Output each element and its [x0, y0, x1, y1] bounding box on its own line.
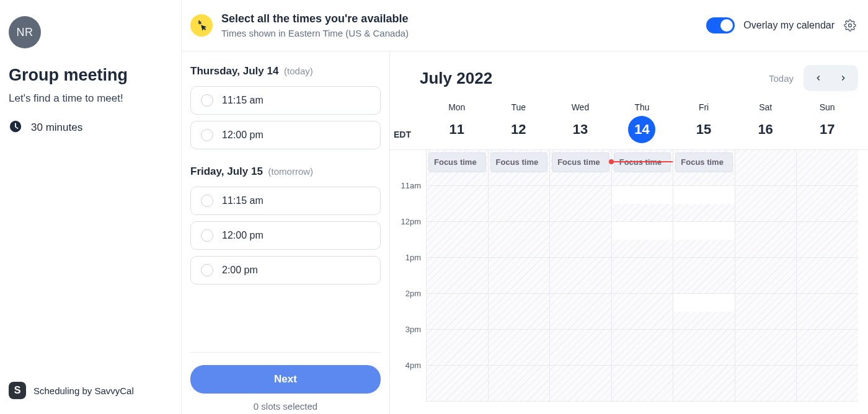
- dow-label: Wed: [549, 102, 611, 112]
- calendar-cell[interactable]: [611, 366, 673, 402]
- calendar-cell[interactable]: [488, 330, 550, 366]
- tz-label: EDT: [390, 130, 426, 143]
- calendar-cell[interactable]: [796, 330, 858, 366]
- time-slot[interactable]: 11:15 am: [190, 86, 381, 115]
- dow-label: Mon: [426, 102, 488, 112]
- day-column-header[interactable]: Mon11: [426, 102, 488, 143]
- calendar-cell[interactable]: [673, 330, 735, 366]
- calendar-cell[interactable]: [673, 186, 735, 222]
- calendar-cell[interactable]: [735, 222, 797, 258]
- calendar-cell[interactable]: [549, 294, 611, 330]
- month-label: July 2022: [420, 69, 492, 88]
- calendar-cell[interactable]: [426, 294, 488, 330]
- hour-label: 12pm: [390, 217, 426, 253]
- calendar-cell[interactable]: [735, 294, 797, 330]
- time-slot[interactable]: 2:00 pm: [190, 256, 381, 284]
- calendar-cell[interactable]: [611, 222, 673, 258]
- focus-time-chip: Focus time: [675, 152, 733, 172]
- radio-icon: [201, 94, 213, 107]
- calendar-cell[interactable]: [673, 366, 735, 402]
- click-icon: [190, 14, 213, 37]
- day-column-header[interactable]: Sat16: [735, 102, 797, 143]
- calendar-cell[interactable]: [796, 186, 858, 222]
- calendar-cell[interactable]: [549, 366, 611, 402]
- meeting-title: Group meeting: [9, 66, 170, 85]
- calendar-cell[interactable]: [426, 258, 488, 294]
- day-label: Friday, July 15: [190, 165, 263, 177]
- calendar-cell[interactable]: [426, 222, 488, 258]
- overlay-toggle[interactable]: [706, 17, 735, 33]
- calendar-cell[interactable]: [488, 294, 550, 330]
- calendar-cell[interactable]: [796, 150, 858, 186]
- calendar-cell[interactable]: [611, 258, 673, 294]
- radio-icon: [201, 229, 213, 242]
- chevron-right-icon: [839, 74, 848, 82]
- hour-label: [390, 150, 426, 181]
- time-slot[interactable]: 12:00 pm: [190, 221, 381, 250]
- footer[interactable]: S Scheduling by SavvyCal: [9, 382, 170, 405]
- calendar-cell[interactable]: [673, 258, 735, 294]
- focus-time-chip: Focus time: [428, 152, 486, 172]
- dom-label: 17: [813, 116, 841, 143]
- dom-label: 13: [567, 116, 594, 143]
- slot-time-label: 11:15 am: [222, 195, 264, 206]
- day-column-header[interactable]: Wed13: [549, 102, 611, 143]
- calendar-cell[interactable]: [488, 258, 550, 294]
- calendar-cell[interactable]: [488, 186, 550, 222]
- hour-label: 2pm: [390, 289, 426, 325]
- day-meta: (tomorrow): [268, 166, 314, 177]
- calendar-cell[interactable]: [735, 258, 797, 294]
- day-header: Friday, July 15 (tomorrow): [190, 165, 381, 178]
- svg-point-0: [849, 24, 852, 27]
- calendar-cell[interactable]: [549, 258, 611, 294]
- day-column-header[interactable]: Fri15: [673, 102, 735, 143]
- calendar-cell[interactable]: [549, 222, 611, 258]
- hour-label: 4pm: [390, 361, 426, 397]
- calendar-cell[interactable]: [426, 186, 488, 222]
- calendar-cell[interactable]: [735, 366, 797, 402]
- calendar-cell[interactable]: [488, 366, 550, 402]
- calendar-cell[interactable]: [735, 186, 797, 222]
- calendar-cell[interactable]: [796, 258, 858, 294]
- calendar-cell[interactable]: Focus time: [611, 150, 673, 186]
- time-slot[interactable]: 12:00 pm: [190, 121, 381, 149]
- meeting-duration: 30 minutes: [9, 120, 170, 136]
- day-column-header[interactable]: Sun17: [796, 102, 858, 143]
- calendar-cell[interactable]: Focus time: [549, 150, 611, 186]
- calendar-cell[interactable]: [673, 294, 735, 330]
- calendar-cell[interactable]: [796, 294, 858, 330]
- time-slot[interactable]: 11:15 am: [190, 187, 381, 215]
- radio-icon: [201, 195, 213, 207]
- today-button[interactable]: Today: [769, 73, 794, 84]
- calendar-cell[interactable]: [549, 330, 611, 366]
- calendar-cell[interactable]: Focus time: [673, 150, 735, 186]
- slot-time-label: 11:15 am: [222, 95, 264, 106]
- day-column-header[interactable]: Tue12: [488, 102, 550, 143]
- calendar-cell[interactable]: [488, 222, 550, 258]
- calendar-cell[interactable]: [426, 366, 488, 402]
- slot-picker: Thursday, July 14 (today)11:15 am12:00 p…: [182, 51, 390, 414]
- sidebar: NR Group meeting Let's find a time to me…: [0, 0, 181, 414]
- dow-label: Sat: [735, 102, 797, 112]
- calendar-cell[interactable]: Focus time: [488, 150, 550, 186]
- calendar-cell[interactable]: Focus time: [426, 150, 488, 186]
- dom-label: 11: [443, 116, 471, 143]
- calendar-cell[interactable]: [673, 222, 735, 258]
- footer-text: Scheduling by SavvyCal: [33, 385, 134, 396]
- next-week-button[interactable]: [831, 68, 856, 89]
- prev-week-button[interactable]: [806, 68, 831, 89]
- dow-label: Fri: [673, 102, 735, 112]
- next-button[interactable]: Next: [190, 365, 381, 394]
- day-column-header[interactable]: Thu14: [611, 102, 673, 143]
- calendar-cell[interactable]: [796, 222, 858, 258]
- dom-label: 15: [690, 116, 717, 143]
- calendar-cell[interactable]: [735, 330, 797, 366]
- calendar-cell[interactable]: [611, 186, 673, 222]
- calendar-cell[interactable]: [735, 150, 797, 186]
- calendar-cell[interactable]: [426, 330, 488, 366]
- calendar-cell[interactable]: [611, 330, 673, 366]
- calendar-cell[interactable]: [796, 366, 858, 402]
- settings-button[interactable]: [843, 19, 857, 32]
- calendar-cell[interactable]: [611, 294, 673, 330]
- calendar-cell[interactable]: [549, 186, 611, 222]
